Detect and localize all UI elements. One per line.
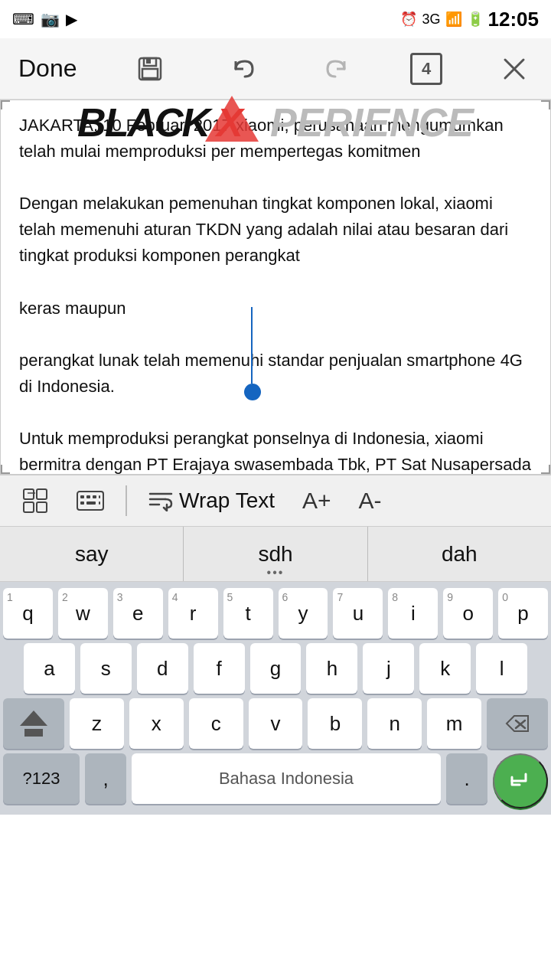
backspace-button[interactable] [487, 698, 548, 749]
key-s[interactable]: s [80, 643, 132, 694]
key-b[interactable]: b [308, 698, 362, 749]
media-status-icon: ▶ [66, 10, 77, 28]
key-y[interactable]: 6y [279, 588, 328, 639]
document-area[interactable]: JAKARTA, 10 Februari 2017 xiaomi, perusa… [0, 100, 551, 475]
svg-rect-12 [80, 495, 84, 498]
grid-view-button[interactable] [15, 484, 55, 518]
para-5: Untuk memproduksi perangkat ponselnya di… [19, 426, 532, 475]
keyboard-row-3: z x c v b n m [3, 698, 548, 749]
autocomplete-say[interactable]: say [0, 527, 184, 581]
redo-button[interactable] [317, 49, 357, 89]
key-o[interactable]: 9o [443, 588, 493, 639]
svg-rect-10 [37, 502, 47, 512]
grid-icon [21, 487, 49, 514]
shift-arrow [20, 710, 47, 726]
key-k[interactable]: k [419, 643, 471, 694]
corner-bl [1, 465, 10, 474]
key-l[interactable]: l [476, 643, 527, 694]
key-q[interactable]: 1q [3, 588, 53, 639]
text-cursor-dot [244, 384, 261, 400]
toolbar: Done 4 [0, 38, 551, 100]
corner-tr [541, 100, 550, 109]
battery-icon: 🔋 [467, 11, 484, 28]
key-z[interactable]: z [70, 698, 124, 749]
key-n[interactable]: n [367, 698, 422, 749]
keyboard-row-bottom: ?123 , Bahasa Indonesia . [3, 753, 548, 808]
save-icon [136, 55, 164, 83]
para-3: keras maupun [19, 296, 532, 322]
svg-rect-14 [93, 495, 96, 498]
enter-icon [506, 766, 535, 795]
enter-button[interactable] [493, 753, 548, 808]
wrap-text-icon [148, 490, 173, 511]
key-t[interactable]: 5t [223, 588, 273, 639]
key-h[interactable]: h [306, 643, 357, 694]
autocomplete-sdh[interactable]: sdh ••• [184, 527, 367, 581]
keyboard-row-1: 1q 2w 3e 4r 5t 6y 7u 8i 9o 0p [3, 588, 548, 639]
key-x[interactable]: x [129, 698, 184, 749]
format-separator [126, 485, 127, 516]
svg-rect-9 [24, 502, 34, 512]
key-u[interactable]: 7u [333, 588, 383, 639]
corner-tl [1, 100, 10, 109]
key-p[interactable]: 0p [498, 588, 548, 639]
key-d[interactable]: d [137, 643, 188, 694]
font-increase-button[interactable]: A+ [296, 485, 337, 517]
close-icon [502, 57, 527, 81]
autocomplete-dots: ••• [267, 566, 285, 580]
font-decrease-button[interactable]: A- [353, 485, 388, 517]
status-bar: ⌨ 📷 ▶ ⏰ 3G 📶 🔋 12:05 [0, 0, 551, 38]
autocomplete-dah-label: dah [442, 542, 478, 567]
keyboard-status-icon: ⌨ [12, 10, 34, 28]
close-button[interactable] [496, 51, 533, 87]
svg-rect-13 [86, 495, 90, 498]
undo-icon [230, 55, 257, 83]
undo-button[interactable] [223, 49, 263, 89]
space-button[interactable]: Bahasa Indonesia [132, 753, 441, 804]
period-label: . [464, 767, 469, 791]
key-a[interactable]: a [24, 643, 75, 694]
wrap-text-label: Wrap Text [179, 488, 275, 513]
signal-icon: 📶 [445, 11, 462, 28]
screenshot-status-icon: 📷 [41, 10, 60, 28]
key-i[interactable]: 8i [388, 588, 438, 639]
comma-label: , [103, 767, 108, 791]
save-button[interactable] [130, 49, 170, 89]
wrap-text-button[interactable]: Wrap Text [142, 485, 281, 516]
shift-icon [20, 710, 47, 737]
autocomplete-sdh-label: sdh [258, 542, 292, 567]
key-f[interactable]: f [194, 643, 245, 694]
para-1: JAKARTA, 10 Februari 2017 xiaomi, perusa… [19, 113, 532, 165]
comma-button[interactable]: , [85, 753, 126, 804]
period-button[interactable]: . [446, 753, 487, 804]
font-decrease-label: A- [359, 488, 382, 514]
status-bar-right: ⏰ 3G 📶 🔋 12:05 [400, 8, 539, 31]
numbers-button[interactable]: ?123 [3, 753, 80, 804]
key-j[interactable]: j [363, 643, 414, 694]
font-increase-label: A+ [302, 488, 331, 514]
svg-rect-11 [77, 492, 103, 510]
document-text[interactable]: JAKARTA, 10 Februari 2017 xiaomi, perusa… [19, 113, 532, 475]
key-r[interactable]: 4r [168, 588, 218, 639]
done-button[interactable]: Done [18, 54, 77, 83]
autocomplete-dah[interactable]: dah [368, 527, 551, 581]
svg-rect-3 [146, 58, 151, 64]
key-g[interactable]: g [250, 643, 302, 694]
keyboard-format-icon [77, 488, 104, 513]
autocomplete-bar: say sdh ••• dah [0, 527, 551, 582]
shift-button[interactable] [3, 698, 64, 749]
pages-badge: 4 [410, 53, 442, 85]
space-label: Bahasa Indonesia [219, 769, 354, 789]
key-v[interactable]: v [249, 698, 303, 749]
svg-rect-15 [99, 495, 100, 498]
svg-rect-18 [99, 501, 100, 505]
autocomplete-say-label: say [75, 542, 109, 567]
key-m[interactable]: m [427, 698, 481, 749]
keyboard-format-button[interactable] [70, 485, 110, 516]
key-w[interactable]: 2w [58, 588, 108, 639]
backspace-icon [504, 713, 531, 734]
key-e[interactable]: 3e [113, 588, 163, 639]
key-c[interactable]: c [189, 698, 243, 749]
para-4: perangkat lunak telah memenuhi standar p… [19, 348, 532, 400]
data-icon: 3G [422, 11, 440, 28]
